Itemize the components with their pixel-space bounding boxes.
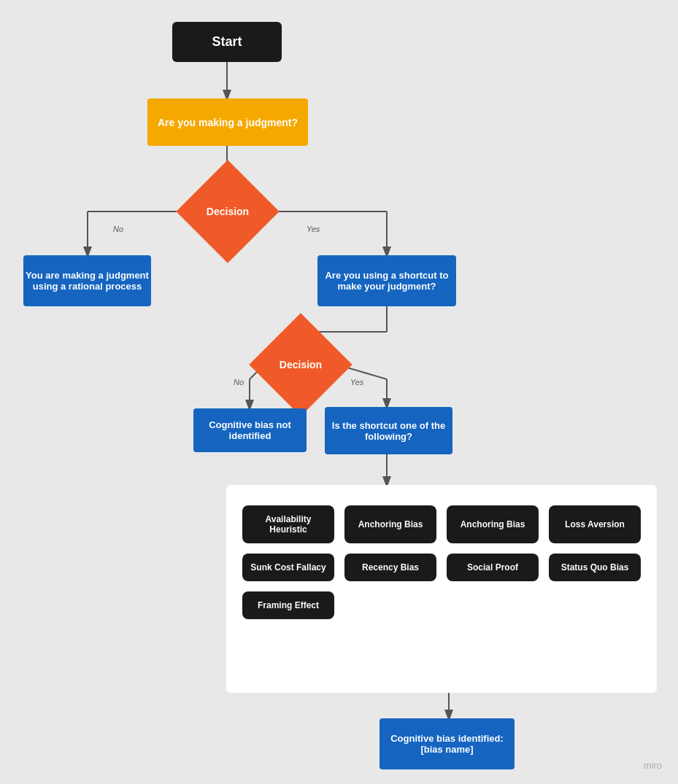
bias-item-framing[interactable]: Framing Effect xyxy=(242,591,334,619)
yellow-question-node: Are you making a judgment? xyxy=(147,98,308,146)
no-label-1: No xyxy=(113,225,123,233)
shortcut-list-label: Is the shortcut one of the following? xyxy=(325,420,452,442)
yes-label-1: Yes xyxy=(307,225,320,233)
rational-process-node: You are making a judgment using a ration… xyxy=(23,255,151,306)
decision1-label: Decision xyxy=(207,206,249,217)
bias-grid: Availability Heuristic Anchoring Bias An… xyxy=(226,485,657,640)
shortcut-list-node: Is the shortcut one of the following? xyxy=(325,407,452,454)
rational-label: You are making a judgment using a ration… xyxy=(23,270,151,292)
flowchart-canvas: Start Are you making a judgment? Decisio… xyxy=(0,0,678,784)
decision2-label: Decision xyxy=(280,359,322,370)
bias-box: Availability Heuristic Anchoring Bias An… xyxy=(226,485,657,693)
shortcut-question-label: Are you using a shortcut to make your ju… xyxy=(317,270,456,292)
miro-watermark: miro xyxy=(644,760,662,771)
bias-item-social[interactable]: Social Proof xyxy=(447,554,539,581)
start-label: Start xyxy=(212,34,242,50)
shortcut-question-node: Are you using a shortcut to make your ju… xyxy=(317,255,456,306)
cog-bias-identified-node: Cognitive bias identified: [bias name] xyxy=(380,718,515,769)
no-label-2: No xyxy=(234,378,244,387)
bias-item-anchoring-1[interactable]: Anchoring Bias xyxy=(344,505,436,543)
decision-diamond-2: Decision xyxy=(264,328,337,401)
bias-item-status[interactable]: Status Quo Bias xyxy=(549,554,641,581)
bias-item-loss[interactable]: Loss Aversion xyxy=(549,505,641,543)
yes-label-2: Yes xyxy=(350,378,363,387)
yellow-label: Are you making a judgment? xyxy=(158,117,298,128)
decision-diamond-1: Decision xyxy=(191,175,264,248)
bias-item-sunk[interactable]: Sunk Cost Fallacy xyxy=(242,554,334,581)
final-label: Cognitive bias identified: [bias name] xyxy=(380,733,515,755)
bias-item-anchoring-2[interactable]: Anchoring Bias xyxy=(447,505,539,543)
cog-bias-not-node: Cognitive bias not identified xyxy=(193,408,307,452)
bias-item-recency[interactable]: Recency Bias xyxy=(344,554,436,581)
bias-item-availability[interactable]: Availability Heuristic xyxy=(242,505,334,543)
cog-not-label: Cognitive bias not identified xyxy=(193,419,307,441)
start-node: Start xyxy=(172,22,282,62)
